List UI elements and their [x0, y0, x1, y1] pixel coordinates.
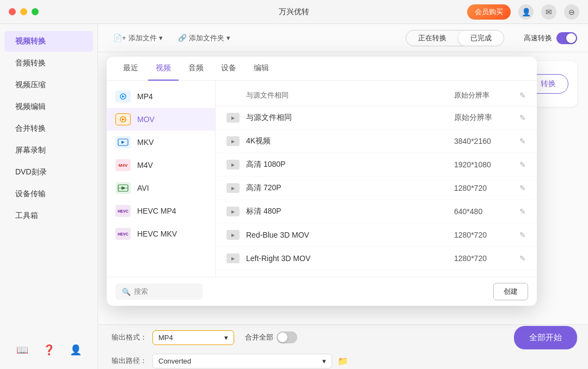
start-all-button[interactable]: 全部开始 — [514, 326, 577, 349]
svg-marker-3 — [122, 95, 125, 98]
window-controls — [9, 8, 39, 15]
resolution-header: 与源文件相同 原始分辨率 ✎ — [216, 85, 537, 106]
mov-icon — [115, 113, 131, 125]
resolution-item-1[interactable]: 4K视频 3840*2160 ✎ — [216, 130, 537, 153]
speed-toggle[interactable] — [556, 32, 577, 44]
sidebar-item-device-transfer[interactable]: 设备传输 — [4, 184, 93, 204]
dropdown-footer: 🔍 搜索 创建 — [107, 277, 537, 306]
tab-video[interactable]: 视频 — [148, 57, 179, 81]
edit-icon-0[interactable]: ✎ — [519, 113, 526, 122]
conversion-toggle: 正在转换 已完成 — [406, 30, 504, 46]
add-folder-icon: 🔗 — [178, 34, 187, 42]
close-button[interactable] — [9, 8, 16, 15]
format-dropdown: 最近 视频 音频 设备 编辑 — [107, 57, 537, 306]
tab-recent[interactable]: 最近 — [115, 57, 146, 81]
merge-label: 合并全部 — [245, 332, 273, 342]
output-format-value: MP4 — [158, 334, 173, 342]
sidebar-item-dvd-burn[interactable]: DVD刻录 — [4, 162, 93, 183]
resolution-item-4[interactable]: 标清 480P 640*480 ✎ — [216, 200, 537, 223]
sidebar-item-screen-record[interactable]: 屏幕录制 — [4, 140, 93, 161]
edit-icon-2[interactable]: ✎ — [519, 160, 526, 169]
edit-icon-5[interactable]: ✎ — [519, 231, 526, 239]
output-format-row: 输出格式： MP4 ▾ 合并全部 全部开始 — [109, 326, 577, 349]
chevron-down-icon4: ▾ — [322, 357, 326, 365]
chevron-down-icon3: ▾ — [224, 334, 228, 342]
format-item-hevc-mkv[interactable]: HEVC HEVC MKV — [107, 222, 215, 245]
user-avatar[interactable]: 👤 — [518, 4, 534, 20]
resolution-item-6[interactable]: Left-Right 3D MOV 1280*720 ✎ — [216, 247, 537, 270]
converting-tab[interactable]: 正在转换 — [406, 31, 458, 46]
folder-open-icon[interactable]: 📁 — [338, 356, 348, 366]
settings-icon[interactable]: ⊖ — [564, 4, 579, 20]
completed-tab[interactable]: 已完成 — [458, 31, 504, 46]
play-icon-5 — [226, 230, 240, 240]
resolution-list: 与源文件相同 原始分辨率 ✎ 与源文件相同 原始分辨率 ✎ 4K视频 3840*… — [216, 81, 537, 277]
merge-switch[interactable] — [277, 331, 297, 343]
play-icon-1 — [226, 136, 240, 146]
resolution-item-5[interactable]: Red-Blue 3D MOV 1280*720 ✎ — [216, 223, 537, 247]
avi-icon — [115, 182, 131, 194]
edit-icon-3[interactable]: ✎ — [519, 184, 526, 192]
sidebar-item-video-convert[interactable]: 视频转换 — [4, 31, 93, 52]
play-icon-4 — [226, 207, 240, 216]
hevc-mp4-icon: HEVC — [115, 205, 131, 217]
search-icon: 🔍 — [122, 288, 131, 296]
sidebar-item-video-compress[interactable]: 视频压缩 — [4, 75, 93, 95]
format-item-mkv[interactable]: MKV — [107, 131, 215, 154]
format-item-avi[interactable]: AVI — [107, 177, 215, 199]
search-box[interactable]: 🔍 搜索 — [115, 283, 203, 300]
format-list: MP4 MOV MKV M4V — [107, 81, 216, 277]
book-icon[interactable]: 📖 — [16, 344, 28, 356]
sidebar-item-toolbox[interactable]: 工具箱 — [4, 205, 93, 226]
resolution-item-3[interactable]: 高清 720P 1280*720 ✎ — [216, 177, 537, 200]
tab-edit[interactable]: 编辑 — [246, 57, 277, 81]
edit-header-icon: ✎ — [519, 91, 526, 100]
minimize-button[interactable] — [20, 8, 27, 15]
mail-icon[interactable]: ✉ — [541, 4, 556, 20]
output-path-label: 输出路径： — [109, 356, 147, 366]
sidebar-item-audio-convert[interactable]: 音频转换 — [4, 53, 93, 74]
resolution-item-0[interactable]: 与源文件相同 原始分辨率 ✎ — [216, 106, 537, 130]
output-bar: 输出格式： MP4 ▾ 合并全部 全部开始 输出路径： Converted ▾ — [98, 324, 588, 369]
edit-icon-1[interactable]: ✎ — [519, 137, 526, 146]
vip-button[interactable]: 会员购买 — [467, 4, 511, 20]
sidebar-bottom: 📖 ❓ 👤 — [0, 337, 97, 362]
format-item-m4v[interactable]: M4V M4V — [107, 154, 215, 177]
mkv-icon — [115, 136, 131, 148]
add-file-icon: 📄+ — [113, 34, 126, 42]
help-icon[interactable]: ❓ — [43, 344, 55, 356]
maximize-button[interactable] — [32, 8, 39, 15]
titlebar: 万兴优转 会员购买 👤 ✉ ⊖ — [0, 0, 588, 24]
play-icon-6 — [226, 253, 240, 263]
sidebar-item-merge-convert[interactable]: 合并转换 — [4, 118, 93, 139]
output-path-select[interactable]: Converted ▾ — [152, 354, 332, 368]
speed-control: 高速转换 — [524, 32, 577, 44]
output-format-select[interactable]: MP4 ▾ — [152, 330, 234, 345]
dropdown-body: MP4 MOV MKV M4V — [107, 81, 537, 277]
add-folder-button[interactable]: 🔗 添加文件夹 ▾ — [174, 31, 235, 45]
svg-marker-10 — [121, 186, 125, 190]
m4v-icon: M4V — [115, 159, 131, 171]
search-placeholder: 搜索 — [134, 287, 148, 297]
format-item-hevc-mp4[interactable]: HEVC HEVC MP4 — [107, 199, 215, 222]
format-item-mov[interactable]: MOV — [107, 108, 215, 131]
create-button[interactable]: 创建 — [493, 283, 528, 300]
edit-icon-4[interactable]: ✎ — [519, 207, 526, 216]
play-icon-0 — [226, 113, 240, 123]
resolution-item-2[interactable]: 高清 1080P 1920*1080 ✎ — [216, 153, 537, 177]
tab-audio[interactable]: 音频 — [181, 57, 211, 81]
account-icon[interactable]: 👤 — [70, 344, 82, 356]
add-file-button[interactable]: 📄+ 添加文件 ▾ — [109, 31, 167, 45]
tab-device[interactable]: 设备 — [213, 57, 244, 81]
app-body: 视频转换 音频转换 视频压缩 视频编辑 合并转换 屏幕录制 DVD刻录 设备传输… — [0, 24, 588, 369]
format-item-mp4[interactable]: MP4 — [107, 85, 215, 108]
merge-toggle: 合并全部 — [245, 331, 297, 343]
dropdown-tabs: 最近 视频 音频 设备 编辑 — [107, 57, 537, 81]
speed-label: 高速转换 — [524, 33, 552, 43]
sidebar-item-video-edit[interactable]: 视频编辑 — [4, 96, 93, 117]
main-content: 📄+ 添加文件 ▾ 🔗 添加文件夹 ▾ 正在转换 已完成 高速转换 — [98, 24, 588, 369]
mp4-icon — [115, 90, 131, 102]
edit-icon-6[interactable]: ✎ — [519, 254, 526, 263]
titlebar-right: 会员购买 👤 ✉ ⊖ — [467, 4, 579, 20]
svg-marker-5 — [122, 118, 125, 121]
